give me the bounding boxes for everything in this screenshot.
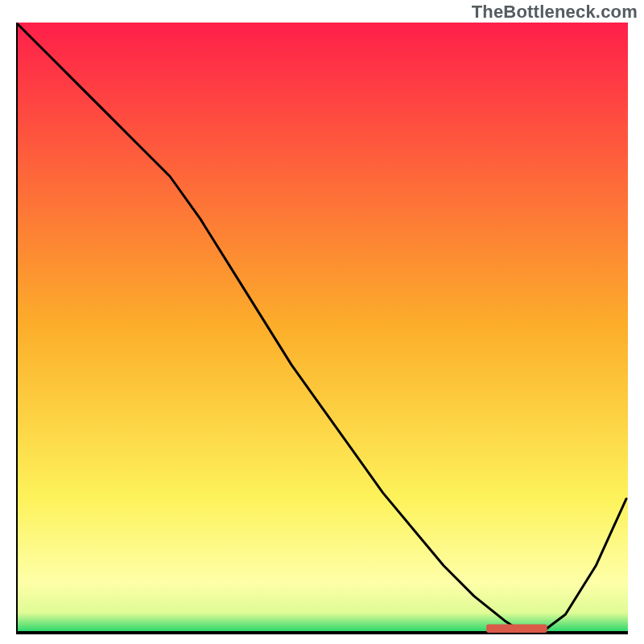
chart-plot [16,23,628,634]
chart-stage: TheBottleneck.com [0,0,644,644]
highlight-bar [486,624,547,633]
watermark-text: TheBottleneck.com [472,2,638,23]
chart-svg [16,23,628,634]
